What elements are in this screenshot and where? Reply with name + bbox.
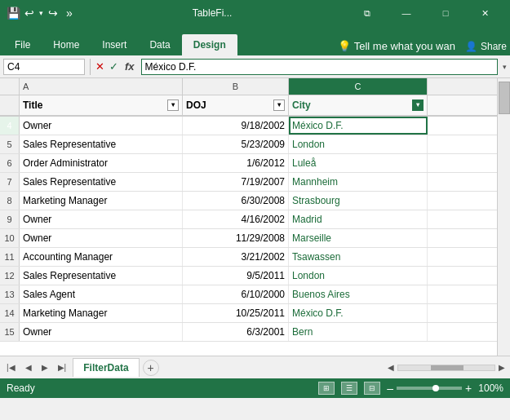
col-header-C[interactable]: C xyxy=(289,78,428,95)
sheet-nav-next[interactable]: ▶ xyxy=(38,361,51,374)
cell-title[interactable]: Sales Representative xyxy=(20,267,183,285)
ribbon-search[interactable]: 💡 Tell me what you wan xyxy=(338,40,455,52)
formula-cancel-icon[interactable]: ✕ xyxy=(95,60,104,73)
tab-design[interactable]: Design xyxy=(182,34,237,55)
col-header-A[interactable]: A xyxy=(20,78,183,95)
cell-title[interactable]: Sales Agent xyxy=(20,285,183,303)
scrollbar-thumb[interactable] xyxy=(499,82,510,114)
formula-confirm-icon[interactable]: ✓ xyxy=(109,60,118,73)
cell-city[interactable]: Tsawassen xyxy=(289,248,428,266)
cell-title[interactable]: Sales Representative xyxy=(20,135,183,153)
cell-doj[interactable]: 6/10/2000 xyxy=(183,285,289,303)
cell-city[interactable]: Mannheim xyxy=(289,173,428,191)
cell-city[interactable]: Strasbourg xyxy=(289,192,428,210)
sheet-tab-filterdata[interactable]: FilterData xyxy=(73,358,139,377)
tab-data[interactable]: Data xyxy=(138,34,181,55)
vertical-scrollbar[interactable] xyxy=(497,78,510,356)
page-break-btn[interactable]: ⊟ xyxy=(364,382,380,395)
filter-doj-btn[interactable]: ▾ xyxy=(273,99,285,111)
row-number[interactable]: 7 xyxy=(0,173,20,191)
undo-icon[interactable]: ↩ xyxy=(23,7,36,20)
tab-home[interactable]: Home xyxy=(42,34,91,55)
cell-city[interactable]: Madrid xyxy=(289,210,428,228)
filter-title-btn[interactable]: ▾ xyxy=(167,99,179,111)
cell-title[interactable]: Marketing Manager xyxy=(20,304,183,322)
filter-title-cell[interactable]: Title ▾ xyxy=(20,95,183,115)
cell-city[interactable]: Luleå xyxy=(289,154,428,172)
cell-city[interactable]: Marseille xyxy=(289,229,428,247)
row-number[interactable]: 9 xyxy=(0,210,20,228)
share-btn[interactable]: 👤 Share xyxy=(465,41,507,52)
sheet-tab-add-btn[interactable]: + xyxy=(143,360,159,376)
row-number[interactable]: 14 xyxy=(0,304,20,322)
row-number[interactable]: 10 xyxy=(0,229,20,247)
cell-doj[interactable]: 1/6/2012 xyxy=(183,154,289,172)
cell-title[interactable]: Owner xyxy=(20,323,183,341)
redo-icon[interactable]: ↪ xyxy=(47,7,60,20)
maximize-btn[interactable]: □ xyxy=(427,0,464,26)
cell-doj[interactable]: 5/23/2009 xyxy=(183,135,289,153)
zoom-thumb[interactable] xyxy=(432,385,439,391)
cell-doj[interactable]: 6/3/2001 xyxy=(183,323,289,341)
sheet-nav-first[interactable]: |◀ xyxy=(3,361,19,374)
row-number[interactable]: 8 xyxy=(0,192,20,210)
cell-doj[interactable]: 3/21/2002 xyxy=(183,248,289,266)
cell-doj[interactable]: 9/5/2011 xyxy=(183,267,289,285)
sheet-nav-prev[interactable]: ◀ xyxy=(22,361,35,374)
filter-city-cell[interactable]: City ▾ xyxy=(289,95,428,115)
close-btn[interactable]: ✕ xyxy=(466,0,503,26)
formula-expand-icon[interactable]: ▾ xyxy=(503,63,507,71)
cell-title[interactable]: Owner xyxy=(20,229,183,247)
more-icon[interactable]: » xyxy=(63,7,76,20)
minimize-btn[interactable]: — xyxy=(388,0,425,26)
cell-title[interactable]: Owner xyxy=(20,117,183,135)
zoom-plus-btn[interactable]: + xyxy=(465,382,472,395)
row-number[interactable]: 12 xyxy=(0,267,20,285)
zoom-minus-btn[interactable]: – xyxy=(387,382,393,395)
horizontal-scrollbar[interactable]: ◀ ▶ xyxy=(386,361,507,374)
undo-dropdown-icon[interactable]: ▾ xyxy=(39,9,43,17)
row-number[interactable]: 15 xyxy=(0,323,20,341)
table-row: 4Owner9/18/2002México D.F. xyxy=(0,117,497,135)
cell-name-box[interactable]: C4 xyxy=(3,59,85,75)
row-number[interactable]: 13 xyxy=(0,285,20,303)
cell-city[interactable]: Buenos Aires xyxy=(289,285,428,303)
hscroll-thumb[interactable] xyxy=(431,365,463,370)
formula-input[interactable]: México D.F. xyxy=(141,59,498,75)
row-number[interactable]: 6 xyxy=(0,154,20,172)
filter-city-btn[interactable]: ▾ xyxy=(412,99,424,111)
cell-doj[interactable]: 7/19/2007 xyxy=(183,173,289,191)
cell-city[interactable]: México D.F. xyxy=(289,117,428,135)
row-number[interactable]: 11 xyxy=(0,248,20,266)
cell-title[interactable]: Order Administrator xyxy=(20,154,183,172)
tab-insert[interactable]: Insert xyxy=(91,34,138,55)
cell-doj[interactable]: 9/18/2002 xyxy=(183,117,289,135)
zoom-slider[interactable] xyxy=(397,387,462,390)
cell-city[interactable]: London xyxy=(289,267,428,285)
cell-city[interactable]: Bern xyxy=(289,323,428,341)
cell-title[interactable]: Owner xyxy=(20,210,183,228)
hscroll-right-btn[interactable]: ▶ xyxy=(497,361,507,374)
col-header-B[interactable]: B xyxy=(183,78,289,95)
row-number[interactable]: 4 xyxy=(0,117,20,135)
hscroll-left-btn[interactable]: ◀ xyxy=(386,361,396,374)
cell-doj[interactable]: 4/16/2002 xyxy=(183,210,289,228)
hscroll-track[interactable] xyxy=(397,365,495,371)
filter-doj-cell[interactable]: DOJ ▾ xyxy=(183,95,289,115)
normal-view-btn[interactable]: ⊞ xyxy=(318,382,335,395)
page-layout-btn[interactable]: ☰ xyxy=(341,382,357,395)
sheet-nav-last[interactable]: ▶| xyxy=(55,361,70,374)
row-number[interactable]: 5 xyxy=(0,135,20,153)
cell-doj[interactable]: 10/25/2011 xyxy=(183,304,289,322)
cell-title[interactable]: Sales Representative xyxy=(20,173,183,191)
cell-title[interactable]: Accounting Manager xyxy=(20,248,183,266)
ribbon-tabs-bar: File Home Insert Data Design 💡 Tell me w… xyxy=(0,26,510,55)
cell-title[interactable]: Marketing Manager xyxy=(20,192,183,210)
cell-city[interactable]: México D.F. xyxy=(289,304,428,322)
cell-doj[interactable]: 11/29/2008 xyxy=(183,229,289,247)
tab-file[interactable]: File xyxy=(3,34,42,55)
save-icon[interactable]: 💾 xyxy=(7,7,20,20)
restore-btn[interactable]: ⧉ xyxy=(348,0,386,26)
cell-city[interactable]: London xyxy=(289,135,428,153)
cell-doj[interactable]: 6/30/2008 xyxy=(183,192,289,210)
